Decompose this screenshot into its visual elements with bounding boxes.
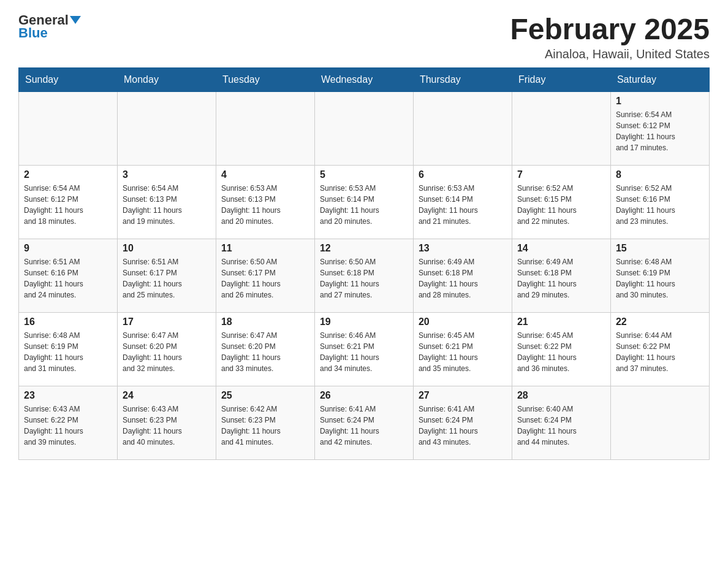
day-info: Sunrise: 6:52 AM Sunset: 6:16 PM Dayligh… <box>616 183 704 227</box>
day-number: 3 <box>123 169 211 180</box>
calendar-cell: 11Sunrise: 6:50 AM Sunset: 6:17 PM Dayli… <box>216 239 314 313</box>
calendar-week-row: 16Sunrise: 6:48 AM Sunset: 6:19 PM Dayli… <box>19 313 710 386</box>
day-info: Sunrise: 6:46 AM Sunset: 6:21 PM Dayligh… <box>320 330 408 374</box>
calendar: SundayMondayTuesdayWednesdayThursdayFrid… <box>18 67 710 460</box>
logo-blue: Blue <box>18 25 48 41</box>
day-number: 14 <box>517 243 605 254</box>
day-number: 4 <box>221 169 309 180</box>
day-info: Sunrise: 6:54 AM Sunset: 6:13 PM Dayligh… <box>123 183 211 227</box>
calendar-cell <box>610 386 709 460</box>
calendar-cell <box>216 92 314 166</box>
day-number: 28 <box>517 390 605 401</box>
calendar-week-row: 2Sunrise: 6:54 AM Sunset: 6:12 PM Daylig… <box>19 166 710 239</box>
calendar-cell: 15Sunrise: 6:48 AM Sunset: 6:19 PM Dayli… <box>610 239 709 313</box>
calendar-cell: 13Sunrise: 6:49 AM Sunset: 6:18 PM Dayli… <box>413 239 512 313</box>
calendar-cell <box>117 92 216 166</box>
day-info: Sunrise: 6:45 AM Sunset: 6:21 PM Dayligh… <box>419 330 507 374</box>
calendar-cell: 4Sunrise: 6:53 AM Sunset: 6:13 PM Daylig… <box>216 166 314 239</box>
calendar-cell: 22Sunrise: 6:44 AM Sunset: 6:22 PM Dayli… <box>610 313 709 386</box>
day-of-week-header: Wednesday <box>314 68 413 92</box>
day-number: 8 <box>616 169 704 180</box>
calendar-cell: 19Sunrise: 6:46 AM Sunset: 6:21 PM Dayli… <box>314 313 413 386</box>
day-number: 23 <box>24 390 112 401</box>
day-info: Sunrise: 6:42 AM Sunset: 6:23 PM Dayligh… <box>221 404 309 448</box>
day-info: Sunrise: 6:41 AM Sunset: 6:24 PM Dayligh… <box>320 404 408 448</box>
logo: General Blue <box>18 12 81 41</box>
calendar-cell <box>314 92 413 166</box>
calendar-cell: 2Sunrise: 6:54 AM Sunset: 6:12 PM Daylig… <box>19 166 118 239</box>
calendar-cell <box>413 92 512 166</box>
day-of-week-header: Sunday <box>19 68 118 92</box>
calendar-cell <box>19 92 118 166</box>
calendar-week-row: 1Sunrise: 6:54 AM Sunset: 6:12 PM Daylig… <box>19 92 710 166</box>
day-info: Sunrise: 6:54 AM Sunset: 6:12 PM Dayligh… <box>616 109 704 153</box>
calendar-cell: 6Sunrise: 6:53 AM Sunset: 6:14 PM Daylig… <box>413 166 512 239</box>
day-number: 12 <box>320 243 408 254</box>
day-number: 6 <box>419 169 507 180</box>
calendar-cell <box>512 92 610 166</box>
day-info: Sunrise: 6:40 AM Sunset: 6:24 PM Dayligh… <box>517 404 605 448</box>
page-header: General Blue February 2025 Ainaloa, Hawa… <box>18 12 710 61</box>
day-info: Sunrise: 6:53 AM Sunset: 6:14 PM Dayligh… <box>419 183 507 227</box>
day-number: 21 <box>517 316 605 327</box>
day-number: 7 <box>517 169 605 180</box>
day-info: Sunrise: 6:48 AM Sunset: 6:19 PM Dayligh… <box>616 256 704 301</box>
day-info: Sunrise: 6:43 AM Sunset: 6:22 PM Dayligh… <box>24 404 112 448</box>
day-of-week-header: Friday <box>512 68 610 92</box>
day-info: Sunrise: 6:49 AM Sunset: 6:18 PM Dayligh… <box>517 256 605 301</box>
day-number: 27 <box>419 390 507 401</box>
day-info: Sunrise: 6:47 AM Sunset: 6:20 PM Dayligh… <box>123 330 211 374</box>
day-info: Sunrise: 6:52 AM Sunset: 6:15 PM Dayligh… <box>517 183 605 227</box>
calendar-cell: 28Sunrise: 6:40 AM Sunset: 6:24 PM Dayli… <box>512 386 610 460</box>
calendar-cell: 16Sunrise: 6:48 AM Sunset: 6:19 PM Dayli… <box>19 313 118 386</box>
day-info: Sunrise: 6:50 AM Sunset: 6:18 PM Dayligh… <box>320 256 408 301</box>
day-info: Sunrise: 6:47 AM Sunset: 6:20 PM Dayligh… <box>221 330 309 374</box>
calendar-cell: 25Sunrise: 6:42 AM Sunset: 6:23 PM Dayli… <box>216 386 314 460</box>
calendar-cell: 21Sunrise: 6:45 AM Sunset: 6:22 PM Dayli… <box>512 313 610 386</box>
day-info: Sunrise: 6:54 AM Sunset: 6:12 PM Dayligh… <box>24 183 112 227</box>
day-info: Sunrise: 6:51 AM Sunset: 6:16 PM Dayligh… <box>24 256 112 301</box>
calendar-cell: 23Sunrise: 6:43 AM Sunset: 6:22 PM Dayli… <box>19 386 118 460</box>
day-info: Sunrise: 6:44 AM Sunset: 6:22 PM Dayligh… <box>616 330 704 374</box>
day-number: 2 <box>24 169 112 180</box>
day-info: Sunrise: 6:51 AM Sunset: 6:17 PM Dayligh… <box>123 256 211 301</box>
day-info: Sunrise: 6:53 AM Sunset: 6:13 PM Dayligh… <box>221 183 309 227</box>
calendar-cell: 10Sunrise: 6:51 AM Sunset: 6:17 PM Dayli… <box>117 239 216 313</box>
calendar-cell: 26Sunrise: 6:41 AM Sunset: 6:24 PM Dayli… <box>314 386 413 460</box>
day-of-week-header: Tuesday <box>216 68 314 92</box>
day-number: 26 <box>320 390 408 401</box>
calendar-cell: 8Sunrise: 6:52 AM Sunset: 6:16 PM Daylig… <box>610 166 709 239</box>
day-number: 11 <box>221 243 309 254</box>
day-info: Sunrise: 6:50 AM Sunset: 6:17 PM Dayligh… <box>221 256 309 301</box>
calendar-cell: 7Sunrise: 6:52 AM Sunset: 6:15 PM Daylig… <box>512 166 610 239</box>
calendar-cell: 1Sunrise: 6:54 AM Sunset: 6:12 PM Daylig… <box>610 92 709 166</box>
calendar-header-row: SundayMondayTuesdayWednesdayThursdayFrid… <box>19 68 710 92</box>
calendar-cell: 9Sunrise: 6:51 AM Sunset: 6:16 PM Daylig… <box>19 239 118 313</box>
calendar-cell: 18Sunrise: 6:47 AM Sunset: 6:20 PM Dayli… <box>216 313 314 386</box>
title-section: February 2025 Ainaloa, Hawaii, United St… <box>510 12 710 61</box>
calendar-cell: 14Sunrise: 6:49 AM Sunset: 6:18 PM Dayli… <box>512 239 610 313</box>
day-info: Sunrise: 6:45 AM Sunset: 6:22 PM Dayligh… <box>517 330 605 374</box>
day-number: 20 <box>419 316 507 327</box>
day-info: Sunrise: 6:53 AM Sunset: 6:14 PM Dayligh… <box>320 183 408 227</box>
calendar-week-row: 9Sunrise: 6:51 AM Sunset: 6:16 PM Daylig… <box>19 239 710 313</box>
day-number: 5 <box>320 169 408 180</box>
day-number: 24 <box>123 390 211 401</box>
day-info: Sunrise: 6:49 AM Sunset: 6:18 PM Dayligh… <box>419 256 507 301</box>
calendar-cell: 3Sunrise: 6:54 AM Sunset: 6:13 PM Daylig… <box>117 166 216 239</box>
calendar-cell: 17Sunrise: 6:47 AM Sunset: 6:20 PM Dayli… <box>117 313 216 386</box>
day-number: 25 <box>221 390 309 401</box>
day-number: 16 <box>24 316 112 327</box>
calendar-cell: 24Sunrise: 6:43 AM Sunset: 6:23 PM Dayli… <box>117 386 216 460</box>
day-number: 10 <box>123 243 211 254</box>
day-number: 1 <box>616 96 704 107</box>
day-number: 9 <box>24 243 112 254</box>
calendar-cell: 27Sunrise: 6:41 AM Sunset: 6:24 PM Dayli… <box>413 386 512 460</box>
location: Ainaloa, Hawaii, United States <box>510 47 710 61</box>
day-number: 17 <box>123 316 211 327</box>
month-title: February 2025 <box>510 12 710 46</box>
day-number: 22 <box>616 316 704 327</box>
day-info: Sunrise: 6:48 AM Sunset: 6:19 PM Dayligh… <box>24 330 112 374</box>
day-number: 19 <box>320 316 408 327</box>
day-info: Sunrise: 6:41 AM Sunset: 6:24 PM Dayligh… <box>419 404 507 448</box>
